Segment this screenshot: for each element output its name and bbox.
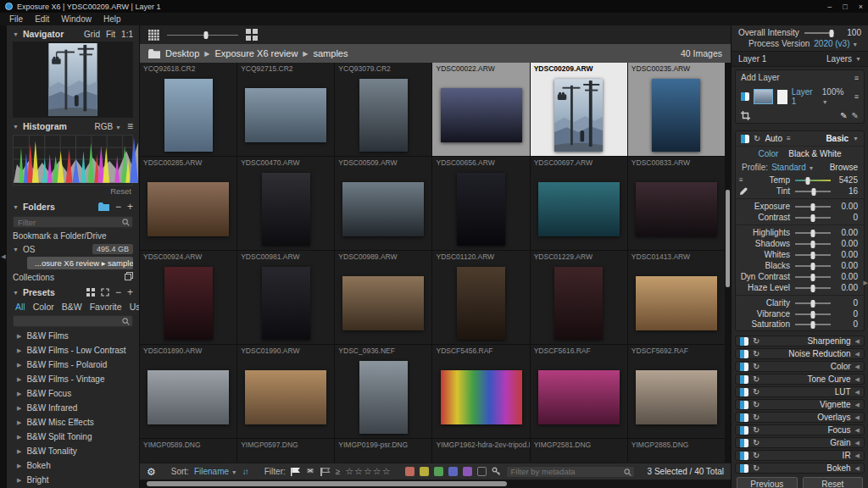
gear-icon[interactable]: ⚙ — [147, 466, 156, 478]
brush-icon[interactable]: ✎ — [852, 111, 859, 120]
close-icon[interactable]: × — [859, 3, 863, 11]
grid-cell[interactable]: YDSC00697.ARW — [531, 157, 627, 250]
photo-thumbnail[interactable] — [164, 79, 213, 152]
breadcrumb-desktop[interactable]: Desktop — [165, 48, 199, 58]
panel-noise-reduction[interactable]: ↻Noise Reduction◀ — [735, 348, 865, 359]
previous-button[interactable]: Previous — [737, 477, 798, 488]
grid-cell[interactable]: YDSCF5456.RAF — [432, 345, 529, 438]
photo-thumbnail[interactable] — [457, 267, 505, 340]
effect-toggle[interactable] — [740, 363, 748, 371]
grid-cell[interactable]: YCQ92715.CR2 — [237, 63, 334, 156]
grid-view-icon[interactable] — [86, 288, 95, 297]
star-rating-filter[interactable]: ☆☆☆☆☆ — [345, 466, 391, 477]
grid-cell-active[interactable]: YDSC00209.ARW — [531, 63, 627, 156]
photo-thumbnail[interactable] — [147, 370, 229, 424]
tab-color-mode[interactable]: Color — [758, 149, 778, 158]
color-label-none[interactable] — [477, 467, 487, 476]
histogram-header[interactable]: ▼ Histogram RGB ▼ ≡ — [7, 118, 139, 134]
layer-mask[interactable] — [777, 90, 787, 104]
reset-icon[interactable]: ↻ — [753, 452, 760, 460]
sort-direction-icon[interactable]: ↓↑ — [242, 467, 248, 476]
reset-icon[interactable]: ↻ — [753, 401, 760, 409]
grid-cell[interactable]: YDSC00924.ARW — [140, 251, 236, 344]
flag-unflagged-icon[interactable] — [320, 468, 331, 476]
photo-thumbnail[interactable] — [262, 173, 310, 246]
layer-row[interactable]: Layer 1 100% ▼ ≡ — [736, 85, 864, 108]
grid-cell[interactable]: YDSC00656.ARW — [432, 157, 529, 250]
layer-visibility-toggle[interactable] — [741, 92, 749, 101]
grid-cell[interactable]: YDSC01413.ARW — [628, 251, 725, 344]
reset-icon[interactable]: ↻ — [753, 388, 760, 396]
auto-button[interactable]: Auto — [765, 134, 782, 143]
eyedropper-icon[interactable] — [739, 187, 748, 196]
grid-cell[interactable]: YIMGP0589.DNG — [140, 439, 236, 463]
photo-thumbnail[interactable] — [262, 267, 310, 340]
maximize-icon[interactable]: □ — [843, 3, 847, 11]
photo-thumbnail[interactable] — [554, 267, 603, 340]
grid-cell[interactable]: YDSC00981.ARW — [237, 251, 334, 344]
flag-pick-icon[interactable] — [291, 468, 301, 476]
preset-group[interactable]: ▶Bright — [7, 473, 139, 487]
preset-group[interactable]: ▶B&W Films - Vintage — [7, 372, 139, 386]
preset-group[interactable]: ▶B&W Films - Polaroid — [7, 358, 139, 372]
effect-toggle[interactable] — [740, 413, 748, 422]
effect-toggle[interactable] — [740, 375, 748, 384]
preset-search-input[interactable] — [13, 315, 133, 327]
preset-group[interactable]: ▶B&W Infrared — [7, 401, 139, 415]
preset-group[interactable]: ▶B&W Focus — [7, 386, 139, 401]
effect-toggle[interactable] — [740, 388, 748, 396]
panel-overlays[interactable]: ↻Overlays◀ — [735, 412, 865, 423]
navigator-header[interactable]: ▼ Navigator Grid Fit 1:1 — [7, 25, 139, 42]
reset-icon[interactable]: ↻ — [753, 350, 760, 358]
layer-thumbnail[interactable] — [754, 89, 773, 104]
panel-vignette[interactable]: ↻Vignette◀ — [735, 399, 865, 410]
grid-cell[interactable]: YIMGP2581.DNG — [531, 439, 627, 463]
nav-mode-1to1[interactable]: 1:1 — [121, 30, 133, 39]
preset-group[interactable]: ▶B&W Split Toning — [7, 430, 139, 444]
collapse-left-strip[interactable]: ◀ — [0, 25, 7, 488]
tab-black-white-mode[interactable]: Black & White — [788, 149, 841, 158]
reset-icon[interactable]: ↻ — [753, 375, 760, 384]
grid-cell[interactable]: YDSC01229.ARW — [531, 251, 627, 344]
grid-cell[interactable]: YDSC00285.ARW — [140, 157, 236, 250]
sync-folder-icon[interactable] — [98, 202, 109, 211]
effect-toggle[interactable] — [740, 401, 748, 409]
reset-icon[interactable]: ↻ — [753, 464, 760, 473]
panel-lut[interactable]: ↻LUT◀ — [735, 386, 865, 397]
grid-cell[interactable]: YDSC01120.ARW — [432, 251, 529, 344]
panel-color[interactable]: ↻Color◀ — [735, 361, 865, 372]
folders-header[interactable]: ▼ Folders − + — [7, 198, 139, 214]
collections-row[interactable]: Collections — [7, 270, 139, 284]
color-label-red[interactable] — [405, 467, 415, 476]
photo-thumbnail[interactable] — [245, 88, 326, 142]
grid-cell[interactable]: YDSC00022.ARW — [432, 63, 529, 156]
effect-toggle[interactable] — [740, 464, 748, 473]
color-label-blue[interactable] — [448, 467, 458, 476]
grid-cell[interactable]: YDSC00509.ARW — [335, 157, 431, 250]
photo-thumbnail[interactable] — [164, 267, 213, 340]
panel-sharpening[interactable]: ↻Sharpening◀ — [735, 336, 865, 347]
reset-icon[interactable]: ↻ — [753, 363, 760, 371]
highlights-slider[interactable] — [795, 229, 831, 237]
reset-button[interactable]: Reset — [803, 477, 864, 488]
grid-cell[interactable]: YDSC01990.ARW — [237, 345, 334, 438]
photo-thumbnail[interactable] — [538, 182, 620, 236]
panel-focus[interactable]: ↻Focus◀ — [735, 424, 865, 435]
preset-group[interactable]: ▶B&W Films — [7, 329, 139, 343]
navigator-preview[interactable] — [13, 42, 133, 118]
grid-cell[interactable]: YDSC_0936.NEF — [335, 345, 431, 438]
color-label-purple[interactable] — [463, 467, 472, 476]
reset-icon[interactable]: ↻ — [753, 439, 760, 447]
vertical-scrollbar[interactable] — [725, 63, 731, 463]
tint-slider[interactable] — [795, 187, 831, 196]
saturation-slider[interactable] — [795, 320, 831, 329]
photo-thumbnail[interactable] — [636, 276, 717, 330]
large-thumbnails-icon[interactable] — [246, 29, 258, 41]
keyword-filter-icon[interactable] — [492, 467, 501, 476]
preset-group[interactable]: ▶Bokeh — [7, 458, 139, 473]
shadows-slider[interactable] — [795, 240, 831, 248]
effect-toggle[interactable] — [740, 439, 748, 447]
photo-thumbnail[interactable] — [441, 88, 522, 142]
horizontal-scrollbar[interactable] — [140, 480, 731, 488]
overall-intensity-slider[interactable] — [804, 29, 834, 37]
